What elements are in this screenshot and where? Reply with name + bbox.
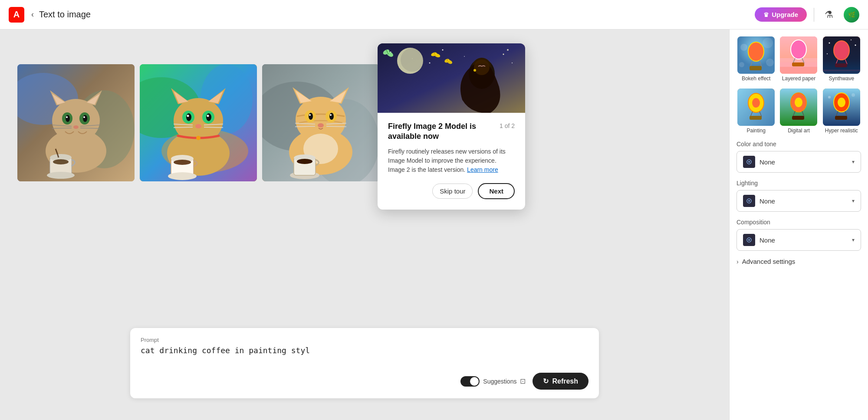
lighting-chevron: ▾ [852,198,855,204]
svg-line-17 [52,128,72,128]
crown-icon: ♛ [763,11,769,18]
svg-point-14 [83,116,85,118]
tooltip-content: Firefly Image 2 Model is available now 1… [378,113,525,210]
style-item-layered[interactable]: Layered paper [779,36,818,82]
style-label-layered: Layered paper [782,75,815,82]
composition-value: None [760,236,848,244]
back-button[interactable]: ‹ [31,10,34,19]
svg-point-117 [795,98,802,107]
prompt-container: Prompt cat drinking coffee in painting s… [130,328,599,398]
svg-point-106 [855,45,856,46]
svg-point-24 [47,172,75,179]
svg-point-136 [748,239,750,241]
lighting-dropdown[interactable]: None ▾ [736,190,861,212]
svg-point-15 [73,125,79,129]
suggestions-toggle[interactable] [460,376,480,387]
svg-line-43 [174,127,193,128]
advanced-settings-label: Advanced settings [742,258,796,265]
generated-image-2[interactable] [140,64,257,181]
header-divider [814,8,814,22]
svg-point-161 [507,49,509,51]
color-tone-icon [743,156,755,168]
svg-point-23 [53,159,69,164]
svg-point-38 [206,113,211,121]
style-thumb-bokeh [737,36,775,74]
style-thumb-synthwave [823,36,860,74]
tooltip-title: Firefly Image 2 Model is available now [388,121,476,142]
flask-icon-button[interactable]: ⚗ [821,7,837,23]
advanced-settings-toggle[interactable]: › Advanced settings [736,253,861,270]
svg-rect-121 [792,116,804,120]
header-right: ♛ Upgrade ⚗ 🌿 [755,7,859,23]
skip-tour-button[interactable]: Skip tour [432,184,473,199]
style-thumb-hyper [823,89,860,126]
advanced-settings-chevron: › [736,258,739,265]
svg-point-77 [297,159,312,164]
prompt-footer: Suggestions ⊡ ↻ Refresh [141,373,589,390]
upgrade-button[interactable]: ♛ Upgrade [755,7,807,22]
color-tone-section-title: Color and tone [736,141,861,148]
svg-rect-83 [750,66,762,70]
style-label-bokeh: Bokeh effect [742,75,771,82]
lighting-value: None [760,197,848,205]
style-thumb-layered [780,36,817,74]
tooltip-learn-more-link[interactable]: Learn more [467,166,498,173]
tooltip-counter: 1 of 2 [500,121,515,129]
prompt-input[interactable]: cat drinking coffee in painting styl [141,346,589,364]
composition-section-title: Composition [736,219,861,226]
adobe-logo: A [9,7,24,23]
svg-point-84 [740,44,747,51]
svg-point-141 [464,56,465,57]
svg-point-40 [207,115,209,117]
composition-chevron: ▾ [852,237,855,243]
tooltip-actions: Skip tour Next [388,183,515,199]
right-sidebar: Bokeh effect [729,30,868,420]
svg-point-104 [829,43,830,44]
svg-point-65 [309,114,311,116]
suggestions-toggle-row: Suggestions ⊡ [460,376,526,387]
tooltip-body: Firefly routinely releases new versions … [388,147,515,174]
refresh-button[interactable]: ↻ Refresh [533,373,589,390]
composition-dropdown[interactable]: None ▾ [736,229,861,251]
style-item-synthwave[interactable]: Synthwave [822,36,861,82]
svg-rect-128 [835,116,847,120]
style-thumb-painting [737,89,775,126]
style-grid-bottom: Painting [736,89,861,134]
next-button[interactable]: Next [478,183,515,199]
svg-point-134 [748,200,750,202]
svg-point-66 [330,114,332,116]
avatar[interactable]: 🌿 [844,7,859,23]
svg-point-159 [503,54,504,55]
svg-point-145 [401,48,424,72]
style-label-painting: Painting [746,128,765,134]
generated-image-3[interactable] [262,64,379,181]
style-item-digital[interactable]: Digital art [779,89,818,134]
refresh-label: Refresh [552,377,578,385]
svg-point-143 [429,62,431,64]
svg-rect-95 [792,62,804,66]
svg-line-19 [80,128,100,128]
toggle-knob [470,377,479,386]
svg-line-71 [326,126,346,127]
style-item-hyper[interactable]: Hyper realistic [822,89,861,134]
svg-point-140 [442,49,444,51]
svg-point-12 [83,115,87,122]
style-thumb-digital [780,89,817,126]
svg-point-85 [763,38,773,48]
suggestions-label: Suggestions [483,378,516,385]
style-item-bokeh[interactable]: Bokeh effect [736,36,776,82]
style-item-painting[interactable]: Painting [736,89,776,134]
style-label-synthwave: Synthwave [829,75,854,82]
svg-point-132 [748,161,750,163]
svg-point-49 [174,160,191,165]
generated-image-1[interactable] [17,64,135,181]
canvas-area: Prompt cat drinking coffee in painting s… [0,30,729,420]
svg-point-11 [66,115,70,122]
style-label-digital: Digital art [788,128,810,134]
svg-point-130 [852,93,855,97]
svg-point-87 [766,59,774,66]
suggestions-icon: ⊡ [520,377,526,385]
svg-line-69 [295,126,315,127]
color-tone-dropdown[interactable]: None ▾ [736,151,861,173]
svg-point-4 [52,99,100,142]
